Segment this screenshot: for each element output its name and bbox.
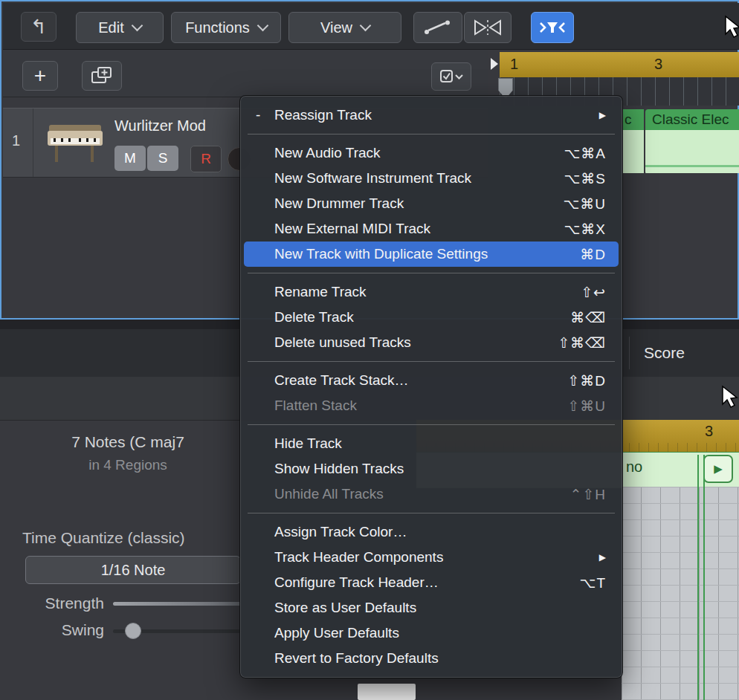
back-arrow-icon: ↰: [30, 16, 47, 39]
edit-menu-label: Edit: [98, 19, 123, 36]
divider: [33, 108, 33, 177]
menu-item-new-track-with-duplicate-settings[interactable]: New Track with Duplicate Settings ⌘D: [244, 242, 619, 267]
menu-item-delete-track[interactable]: Delete Track ⌘⌫: [244, 305, 619, 330]
chevron-down-icon: [257, 20, 269, 32]
shortcut: ⌥⌘U: [563, 195, 606, 213]
region-play-button[interactable]: ▶: [703, 455, 733, 483]
region-note-line: [645, 165, 739, 167]
divider: [629, 337, 630, 369]
shortcut: ⇧⌘⌫: [558, 334, 606, 351]
midi-input-filter-button[interactable]: [531, 12, 574, 43]
mouse-cursor-icon: [724, 15, 739, 39]
mute-button[interactable]: M: [114, 146, 146, 171]
shortcut: ⌥T: [579, 574, 606, 592]
menu-separator: [248, 273, 615, 273]
menu-separator: [248, 361, 615, 362]
submenu-arrow-icon: ▶: [599, 552, 606, 563]
midi-region[interactable]: c: [622, 109, 644, 175]
track-header-controls-bar: [3, 50, 488, 97]
menu-item-track-header-components[interactable]: Track Header Components ▶: [244, 545, 619, 570]
ruler-mark: 3: [705, 423, 713, 440]
menu-separator: [248, 424, 615, 425]
region-label: c: [622, 111, 632, 128]
shortcut: ⌥⌘X: [564, 221, 606, 238]
selection-info-line1: 7 Notes (C maj7: [0, 433, 256, 451]
shortcut: ⇧⌘U: [567, 398, 606, 415]
midi-region[interactable]: Classic Elec: [645, 109, 739, 175]
menu-item-new-software-instrument-track[interactable]: New Software Instrument Track ⌥⌘S: [244, 166, 619, 191]
menu-item-new-drummer-track[interactable]: New Drummer Track ⌥⌘U: [244, 191, 619, 216]
strength-slider[interactable]: [113, 602, 241, 606]
plus-icon: +: [34, 64, 46, 88]
add-track-button[interactable]: +: [22, 61, 58, 91]
menu-item-revert-to-factory-defaults[interactable]: Revert to Factory Defaults: [244, 646, 619, 671]
duplicate-track-icon: [91, 66, 113, 85]
menu-separator: [248, 513, 615, 513]
region-body: [645, 130, 739, 173]
ruler-mark: 1: [510, 56, 518, 73]
menu-item-rename-track[interactable]: Rename Track ⇧↩: [244, 279, 619, 305]
electric-piano-icon: [43, 114, 107, 168]
automation-curve-icon: [423, 19, 453, 36]
shortcut: ⌘D: [580, 246, 606, 263]
shortcut: ⌥⌘S: [564, 170, 606, 187]
menu-item-hide-track[interactable]: Hide Track: [244, 431, 619, 456]
track-number: 1: [12, 132, 20, 149]
menu-item-configure-track-header[interactable]: Configure Track Header… ⌥T: [244, 570, 619, 595]
duplicate-track-button[interactable]: [82, 61, 122, 91]
menu-item-delete-unused-tracks[interactable]: Delete unused Tracks ⇧⌘⌫: [244, 330, 619, 355]
grid-cycle-line: [697, 455, 699, 700]
chevron-down-icon: [131, 20, 143, 32]
context-menu: - Reassign Track ▶ New Audio Track ⌥⌘A N…: [239, 95, 623, 678]
view-menu-label: View: [320, 19, 352, 36]
menu-separator: [248, 134, 615, 135]
play-icon: ▶: [714, 462, 723, 476]
menu-item-store-as-user-defaults[interactable]: Store as User Defaults: [244, 595, 619, 620]
menu-item-assign-track-color[interactable]: Assign Track Color…: [244, 519, 619, 545]
shortcut: ⌥⌘A: [564, 145, 606, 162]
quantize-value: 1/16 Note: [101, 562, 166, 579]
tab-score[interactable]: Score: [644, 344, 685, 362]
ruler-start-marker-icon: [491, 58, 498, 70]
back-button[interactable]: ↰: [21, 12, 57, 42]
shortcut: ⇧⌘D: [567, 372, 606, 389]
menu-item-reassign-track[interactable]: - Reassign Track ▶: [244, 103, 619, 128]
menu-item-apply-user-defaults[interactable]: Apply User Defaults: [244, 620, 619, 646]
menu-item-prefix: -: [256, 107, 260, 123]
quantize-title: Time Quantize (classic): [22, 529, 185, 547]
region-body: [622, 130, 644, 173]
edit-menu-button[interactable]: Edit: [76, 12, 164, 43]
editor-region-label: no: [626, 458, 642, 476]
track-header-options-button[interactable]: [431, 62, 471, 91]
menu-item-new-audio-track[interactable]: New Audio Track ⌥⌘A: [244, 140, 619, 166]
selection-info-line2: in 4 Regions: [0, 457, 256, 473]
submenu-arrow-icon: ▶: [599, 110, 606, 120]
view-menu-button[interactable]: View: [288, 12, 401, 43]
piano-roll-grid[interactable]: [622, 487, 739, 700]
ruler-gold-band[interactable]: 1 3: [500, 52, 739, 77]
region-header: Classic Elec: [645, 109, 739, 130]
solo-button[interactable]: S: [147, 146, 178, 171]
menu-item-show-hidden-tracks[interactable]: Show Hidden Tracks: [244, 456, 619, 482]
shortcut: ⌃⇧H: [569, 486, 606, 503]
swing-slider-knob[interactable]: [125, 623, 141, 639]
shortcut: ⇧↩: [581, 284, 606, 301]
midi-transform-button[interactable]: [464, 12, 512, 43]
quantize-value-popup[interactable]: 1/16 Note: [25, 556, 241, 584]
midi-transform-icon: [471, 19, 504, 36]
chevron-down-icon: [360, 20, 372, 32]
menu-item-unhide-all-tracks: Unhide All Tracks ⌃⇧H: [244, 482, 619, 507]
grid-cycle-line: [703, 455, 705, 700]
region-label: Classic Elec: [645, 111, 729, 128]
record-enable-button[interactable]: R: [190, 146, 222, 172]
functions-menu-label: Functions: [185, 19, 250, 36]
swing-label: Swing: [27, 621, 104, 639]
functions-menu-button[interactable]: Functions: [171, 12, 281, 43]
strength-label: Strength: [27, 594, 104, 612]
automation-button[interactable]: [413, 12, 462, 43]
piano-key[interactable]: [358, 684, 416, 700]
menu-item-new-external-midi-track[interactable]: New External MIDI Track ⌥⌘X: [244, 216, 619, 242]
track-name[interactable]: Wurlitzer Mod: [114, 117, 244, 135]
checkbox-dropdown-icon: [439, 68, 464, 85]
menu-item-create-track-stack[interactable]: Create Track Stack… ⇧⌘D: [244, 368, 619, 393]
